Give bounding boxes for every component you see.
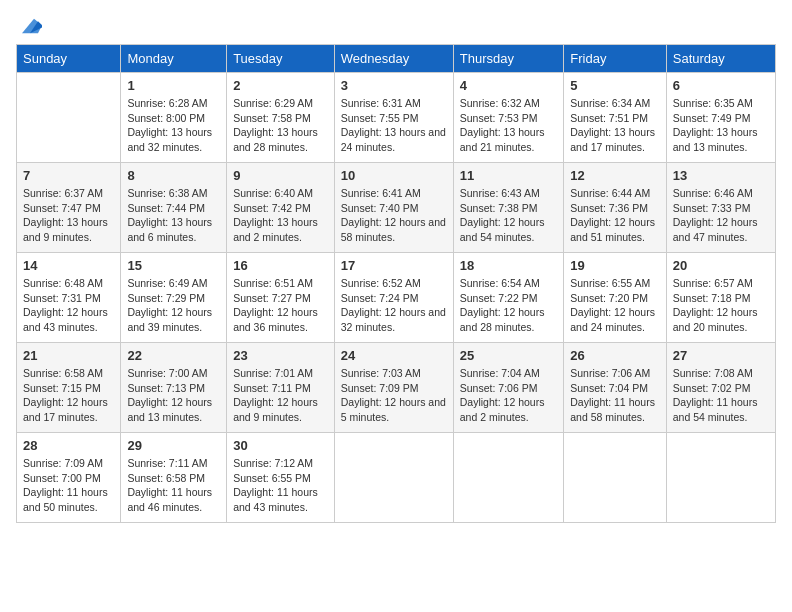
day-number: 21 [23, 348, 114, 363]
day-number: 28 [23, 438, 114, 453]
calendar-cell: 29 Sunrise: 7:11 AM Sunset: 6:58 PM Dayl… [121, 433, 227, 523]
cell-sunrise: Sunrise: 6:43 AM [460, 186, 557, 201]
cell-daylight: Daylight: 11 hours and 54 minutes. [673, 395, 769, 424]
cell-sunset: Sunset: 7:40 PM [341, 201, 447, 216]
day-number: 10 [341, 168, 447, 183]
cell-daylight: Daylight: 12 hours and 13 minutes. [127, 395, 220, 424]
day-number: 26 [570, 348, 659, 363]
calendar-cell: 26 Sunrise: 7:06 AM Sunset: 7:04 PM Dayl… [564, 343, 666, 433]
calendar-cell [17, 73, 121, 163]
calendar-cell: 28 Sunrise: 7:09 AM Sunset: 7:00 PM Dayl… [17, 433, 121, 523]
calendar-cell: 9 Sunrise: 6:40 AM Sunset: 7:42 PM Dayli… [227, 163, 335, 253]
cell-sunrise: Sunrise: 6:31 AM [341, 96, 447, 111]
cell-sunrise: Sunrise: 7:08 AM [673, 366, 769, 381]
cell-daylight: Daylight: 12 hours and 24 minutes. [570, 305, 659, 334]
day-number: 29 [127, 438, 220, 453]
day-number: 18 [460, 258, 557, 273]
cell-sunrise: Sunrise: 6:48 AM [23, 276, 114, 291]
day-number: 17 [341, 258, 447, 273]
cell-sunrise: Sunrise: 7:12 AM [233, 456, 328, 471]
cell-sunset: Sunset: 6:58 PM [127, 471, 220, 486]
cell-sunset: Sunset: 8:00 PM [127, 111, 220, 126]
calendar-cell: 18 Sunrise: 6:54 AM Sunset: 7:22 PM Dayl… [453, 253, 563, 343]
cell-daylight: Daylight: 11 hours and 43 minutes. [233, 485, 328, 514]
calendar-cell: 3 Sunrise: 6:31 AM Sunset: 7:55 PM Dayli… [334, 73, 453, 163]
calendar-cell [453, 433, 563, 523]
day-number: 13 [673, 168, 769, 183]
cell-sunset: Sunset: 7:06 PM [460, 381, 557, 396]
cell-sunrise: Sunrise: 6:41 AM [341, 186, 447, 201]
calendar-cell: 10 Sunrise: 6:41 AM Sunset: 7:40 PM Dayl… [334, 163, 453, 253]
cell-daylight: Daylight: 12 hours and 2 minutes. [460, 395, 557, 424]
cell-sunset: Sunset: 7:02 PM [673, 381, 769, 396]
cell-sunset: Sunset: 7:33 PM [673, 201, 769, 216]
logo [16, 16, 42, 36]
column-header-monday: Monday [121, 45, 227, 73]
cell-sunrise: Sunrise: 7:11 AM [127, 456, 220, 471]
cell-sunset: Sunset: 7:11 PM [233, 381, 328, 396]
cell-sunset: Sunset: 7:00 PM [23, 471, 114, 486]
week-row-3: 14 Sunrise: 6:48 AM Sunset: 7:31 PM Dayl… [17, 253, 776, 343]
calendar-cell: 23 Sunrise: 7:01 AM Sunset: 7:11 PM Dayl… [227, 343, 335, 433]
day-number: 27 [673, 348, 769, 363]
cell-sunset: Sunset: 7:20 PM [570, 291, 659, 306]
cell-daylight: Daylight: 13 hours and 9 minutes. [23, 215, 114, 244]
cell-daylight: Daylight: 13 hours and 13 minutes. [673, 125, 769, 154]
day-number: 20 [673, 258, 769, 273]
cell-sunrise: Sunrise: 7:00 AM [127, 366, 220, 381]
day-number: 22 [127, 348, 220, 363]
day-number: 1 [127, 78, 220, 93]
calendar-cell: 25 Sunrise: 7:04 AM Sunset: 7:06 PM Dayl… [453, 343, 563, 433]
day-number: 24 [341, 348, 447, 363]
cell-sunrise: Sunrise: 6:28 AM [127, 96, 220, 111]
day-number: 25 [460, 348, 557, 363]
column-header-wednesday: Wednesday [334, 45, 453, 73]
cell-daylight: Daylight: 12 hours and 54 minutes. [460, 215, 557, 244]
cell-sunrise: Sunrise: 6:55 AM [570, 276, 659, 291]
column-header-saturday: Saturday [666, 45, 775, 73]
cell-daylight: Daylight: 12 hours and 43 minutes. [23, 305, 114, 334]
calendar-cell: 14 Sunrise: 6:48 AM Sunset: 7:31 PM Dayl… [17, 253, 121, 343]
cell-sunset: Sunset: 7:04 PM [570, 381, 659, 396]
day-number: 19 [570, 258, 659, 273]
cell-daylight: Daylight: 12 hours and 51 minutes. [570, 215, 659, 244]
calendar-cell: 22 Sunrise: 7:00 AM Sunset: 7:13 PM Dayl… [121, 343, 227, 433]
calendar-cell: 19 Sunrise: 6:55 AM Sunset: 7:20 PM Dayl… [564, 253, 666, 343]
cell-sunset: Sunset: 7:51 PM [570, 111, 659, 126]
calendar-cell: 12 Sunrise: 6:44 AM Sunset: 7:36 PM Dayl… [564, 163, 666, 253]
day-number: 3 [341, 78, 447, 93]
cell-daylight: Daylight: 13 hours and 6 minutes. [127, 215, 220, 244]
cell-sunset: Sunset: 7:36 PM [570, 201, 659, 216]
cell-sunset: Sunset: 6:55 PM [233, 471, 328, 486]
calendar-cell [334, 433, 453, 523]
cell-daylight: Daylight: 12 hours and 58 minutes. [341, 215, 447, 244]
day-number: 12 [570, 168, 659, 183]
cell-daylight: Daylight: 12 hours and 17 minutes. [23, 395, 114, 424]
cell-daylight: Daylight: 11 hours and 46 minutes. [127, 485, 220, 514]
cell-daylight: Daylight: 12 hours and 9 minutes. [233, 395, 328, 424]
calendar-cell: 2 Sunrise: 6:29 AM Sunset: 7:58 PM Dayli… [227, 73, 335, 163]
cell-sunset: Sunset: 7:13 PM [127, 381, 220, 396]
cell-sunrise: Sunrise: 7:09 AM [23, 456, 114, 471]
cell-daylight: Daylight: 13 hours and 2 minutes. [233, 215, 328, 244]
column-header-tuesday: Tuesday [227, 45, 335, 73]
day-number: 2 [233, 78, 328, 93]
calendar-cell: 20 Sunrise: 6:57 AM Sunset: 7:18 PM Dayl… [666, 253, 775, 343]
week-row-5: 28 Sunrise: 7:09 AM Sunset: 7:00 PM Dayl… [17, 433, 776, 523]
day-number: 8 [127, 168, 220, 183]
cell-sunset: Sunset: 7:58 PM [233, 111, 328, 126]
day-number: 16 [233, 258, 328, 273]
column-header-friday: Friday [564, 45, 666, 73]
logo-icon [18, 16, 42, 36]
column-header-thursday: Thursday [453, 45, 563, 73]
cell-sunrise: Sunrise: 6:57 AM [673, 276, 769, 291]
cell-daylight: Daylight: 12 hours and 47 minutes. [673, 215, 769, 244]
header [16, 16, 776, 36]
cell-daylight: Daylight: 13 hours and 21 minutes. [460, 125, 557, 154]
cell-sunrise: Sunrise: 6:58 AM [23, 366, 114, 381]
calendar-cell: 6 Sunrise: 6:35 AM Sunset: 7:49 PM Dayli… [666, 73, 775, 163]
day-number: 30 [233, 438, 328, 453]
cell-daylight: Daylight: 13 hours and 17 minutes. [570, 125, 659, 154]
cell-sunset: Sunset: 7:53 PM [460, 111, 557, 126]
week-row-4: 21 Sunrise: 6:58 AM Sunset: 7:15 PM Dayl… [17, 343, 776, 433]
